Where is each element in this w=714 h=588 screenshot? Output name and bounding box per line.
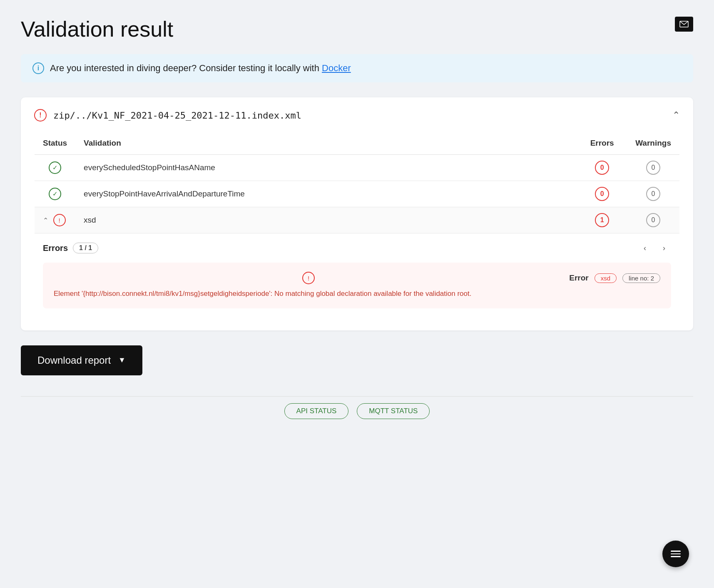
page-wrapper: Validation result i Are you interested i… [0, 0, 714, 588]
info-circle-icon: i [32, 62, 44, 74]
errors-title: Errors 1 / 1 [43, 243, 98, 253]
error-detail-cell: Errors 1 / 1 ‹ › ! Er [35, 233, 680, 317]
download-report-button[interactable]: Download report ▼ [21, 345, 142, 375]
col-header-warnings: Warnings [627, 132, 679, 155]
row1-status-cell: ✓ [35, 155, 76, 181]
col-header-status: Status [35, 132, 76, 155]
row1-warn-badge: 0 [646, 161, 660, 175]
error-box-header: ! Error xsd line no: 2 [54, 272, 660, 284]
dropdown-arrow-icon: ▼ [118, 356, 126, 365]
mqtt-status-button[interactable]: MQTT STATUS [357, 403, 430, 419]
error-xsd-tag: xsd [595, 273, 617, 283]
error-message: Element '{http://bison.connekt.nl/tmi8/k… [54, 288, 660, 299]
row2-error-badge: 0 [595, 187, 609, 201]
row3-warn-badge: 0 [646, 213, 660, 227]
error-detail-row: Errors 1 / 1 ‹ › ! Er [35, 233, 680, 317]
fab-bar-3 [671, 556, 681, 557]
xsd-row-collapse-icon[interactable]: ⌃ [43, 216, 48, 224]
row1-validation-cell: everyScheduledStopPointHasAName [75, 155, 577, 181]
errors-next-button[interactable]: › [657, 241, 671, 255]
error-box: ! Error xsd line no: 2 Element '{http://… [43, 263, 671, 308]
errors-nav: ‹ › [638, 241, 671, 255]
header-row: Validation result [21, 17, 693, 42]
status-error-icon: ! [53, 214, 66, 226]
row3-validation-cell: xsd [75, 207, 577, 233]
file-header-left: ! zip/../Kv1_NF_2021-04-25_2021-12-11.in… [34, 109, 301, 122]
status-ok-icon: ✓ [49, 161, 61, 174]
row2-validation-cell: everyStopPointHaveArrivalAndDepartureTim… [75, 181, 577, 207]
info-banner-text: Are you interested in diving deeper? Con… [50, 63, 351, 74]
row3-errors-cell: 1 [577, 207, 627, 233]
col-header-errors: Errors [577, 132, 627, 155]
table-row: ✓ everyStopPointHaveArrivalAndDepartureT… [35, 181, 680, 207]
status-ok-icon: ✓ [49, 188, 61, 200]
file-error-icon: ! [34, 109, 47, 122]
row2-status-cell: ✓ [35, 181, 76, 207]
collapse-chevron-icon[interactable]: ⌃ [672, 110, 680, 121]
mail-icon-btn[interactable] [675, 17, 693, 32]
table-header-row: Status Validation Errors Warnings [35, 132, 680, 155]
error-line-tag: line no: 2 [622, 273, 660, 283]
errors-prev-button[interactable]: ‹ [638, 241, 652, 255]
docker-link[interactable]: Docker [322, 63, 351, 73]
footer-status-bar: API STATUS MQTT STATUS [21, 396, 693, 423]
file-name: zip/../Kv1_NF_2021-04-25_2021-12-11.inde… [53, 110, 301, 121]
col-header-validation: Validation [75, 132, 577, 155]
row2-warn-badge: 0 [646, 187, 660, 201]
mail-icon [679, 21, 689, 27]
row3-status-cell: ⌃ ! [35, 207, 76, 233]
table-row: ✓ everyScheduledStopPointHasAName 0 0 [35, 155, 680, 181]
info-banner: i Are you interested in diving deeper? C… [21, 54, 693, 82]
file-header: ! zip/../Kv1_NF_2021-04-25_2021-12-11.in… [34, 109, 680, 122]
errors-sub-header: Errors 1 / 1 ‹ › [35, 233, 679, 259]
error-label: Error [569, 273, 588, 283]
row1-warnings-cell: 0 [627, 155, 679, 181]
errors-pagination: 1 / 1 [73, 243, 98, 253]
row3-error-badge: 1 [595, 213, 609, 227]
fab-menu-button[interactable] [662, 541, 689, 567]
row1-errors-cell: 0 [577, 155, 627, 181]
validation-card: ! zip/../Kv1_NF_2021-04-25_2021-12-11.in… [21, 97, 693, 330]
row2-warnings-cell: 0 [627, 181, 679, 207]
api-status-button[interactable]: API STATUS [284, 403, 349, 419]
page-title: Validation result [21, 17, 173, 42]
error-box-icon: ! [302, 272, 315, 284]
row2-errors-cell: 0 [577, 181, 627, 207]
row1-error-badge: 0 [595, 161, 609, 175]
fab-bar-1 [671, 551, 681, 552]
row3-warnings-cell: 0 [627, 207, 679, 233]
table-row: ⌃ ! xsd 1 0 [35, 207, 680, 233]
fab-bar-2 [671, 553, 681, 555]
validation-table: Status Validation Errors Warnings ✓ ever… [34, 131, 680, 317]
